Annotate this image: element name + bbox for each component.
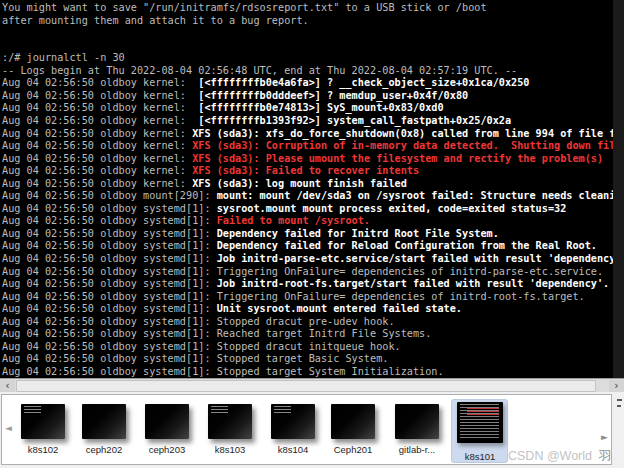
console-line: -- Logs begin at Thu 2022-08-04 02:56:48…	[2, 65, 517, 78]
console-text-segment: Aug 04 02:56:50 oldboy systemd[1]:	[2, 328, 217, 339]
console-text-segment: :/# journalctl -n 30	[2, 52, 125, 63]
console-text-segment: Job initrd-parse-etc.service/start faile…	[217, 253, 613, 264]
console-text-segment: Failed to mount /sysroot.	[217, 215, 370, 226]
console-right-edge	[613, 0, 624, 378]
watermark-seal: 羽	[599, 449, 612, 463]
console-text-segment: Aug 04 02:56:50 oldboy systemd[1]:	[2, 266, 217, 277]
console-line: You might want to save "/run/initramfs/r…	[2, 2, 487, 15]
thumbnail-error-lines	[467, 408, 499, 416]
vm-screen-thumbnail[interactable]	[457, 402, 503, 443]
scroll-right-arrow-icon[interactable]: ›	[609, 380, 624, 392]
vm-thumbnail-item[interactable]: k8s101	[450, 395, 510, 466]
console-text-segment: Aug 04 02:56:50 oldboy systemd[1]:	[2, 341, 217, 352]
console-line: Aug 04 02:56:50 oldboy kernel: [<fffffff…	[2, 102, 444, 115]
vm-thumbnail-label: Ceph201	[323, 444, 383, 455]
console-line: Aug 04 02:56:50 oldboy systemd[1]: Stopp…	[2, 353, 388, 366]
vm-screen-thumbnail[interactable]	[331, 404, 375, 439]
console-text-segment: XFS (sda3): Failed to recover intents	[192, 165, 419, 176]
console-line: Aug 04 02:56:50 oldboy kernel: [<fffffff…	[2, 115, 511, 128]
console-text-segment: Stopped target Basic System.	[217, 353, 389, 364]
console-line: :/# journalctl -n 30	[2, 52, 125, 65]
console-text-segment: Aug 04 02:56:50 oldboy systemd[1]:	[2, 240, 217, 251]
console-line: Aug 04 02:56:50 oldboy systemd[1]: Depen…	[2, 240, 597, 253]
thumbnail-console-text	[274, 406, 291, 413]
console-line: Aug 04 02:56:50 oldboy systemd[1]: Trigg…	[2, 266, 603, 279]
scrollbar-thumb[interactable]	[16, 380, 596, 392]
vm-thumbnail-item[interactable]: ceph203	[137, 395, 197, 466]
console-text-segment: Aug 04 02:56:50 oldboy systemd[1]:	[2, 366, 217, 377]
console-line: Aug 04 02:56:50 oldboy systemd[1]: Trigg…	[2, 291, 585, 304]
vm-screen-thumbnail[interactable]	[395, 404, 439, 439]
console-text-segment: Job initrd-root-fs.target/start failed w…	[217, 278, 610, 289]
console-text-segment: [<ffffffffb1393f92>] system_call_fastpat…	[198, 115, 511, 126]
vm-thumbnail-label: k8s102	[13, 444, 73, 455]
console-line: after mounting them and attach it to a b…	[2, 15, 309, 28]
console-text-segment: [<ffffffffb0dddeef>] ? memdup_user+0x4f/…	[198, 90, 468, 101]
vm-thumbnail-item[interactable]: gitlab-r...	[387, 395, 447, 466]
vm-thumbnail-label: ceph203	[137, 444, 197, 455]
watermark-text: CSDN @World	[508, 449, 592, 463]
console-text-segment: XFS (sda3): Corruption of in-memory data…	[192, 140, 613, 151]
console-line: Aug 04 02:56:50 oldboy systemd[1]: sysro…	[2, 203, 566, 216]
console-text-segment: Stopped dracut pre-udev hook.	[217, 316, 395, 327]
console-text-segment: Aug 04 02:56:50 oldboy systemd[1]:	[2, 203, 217, 214]
thumbnail-console-text	[24, 406, 41, 413]
console-text-segment: Aug 04 02:56:50 oldboy kernel:	[2, 140, 192, 151]
vm-screen-thumbnail[interactable]	[21, 404, 65, 439]
vm-thumbnail-label: gitlab-r...	[387, 444, 447, 455]
console-text-segment: Aug 04 02:56:50 oldboy systemd[1]:	[2, 291, 217, 302]
console-text-segment: Triggering OnFailure= dependencies of in…	[217, 266, 603, 277]
vm-thumbnail-label: ceph202	[74, 444, 134, 455]
console-text-segment: Unit sysroot.mount entered failed state.	[217, 303, 462, 314]
strip-prev-icon[interactable]: ◄	[5, 423, 12, 433]
console-text-segment: Aug 04 02:56:50 oldboy systemd[1]:	[2, 228, 217, 239]
vm-thumbnail-item[interactable]: k8s104	[263, 395, 323, 466]
console-text-segment: Aug 04 02:56:50 oldboy kernel:	[2, 90, 198, 101]
console-output: You might want to save "/run/initramfs/r…	[0, 0, 613, 378]
vm-thumbnail-item[interactable]: k8s103	[200, 395, 260, 466]
console-text-segment: [<ffffffffb0e4a6fa>] ? __check_object_si…	[198, 77, 529, 88]
console-line: Aug 04 02:56:50 oldboy mount[290]: mount…	[2, 190, 613, 203]
vm-thumbnail-label: k8s101	[450, 451, 510, 462]
console-text-segment: Aug 04 02:56:50 oldboy systemd[1]:	[2, 303, 217, 314]
vm-thumbnail-item[interactable]: k8s102	[13, 395, 73, 466]
vm-screen-thumbnail[interactable]	[82, 404, 126, 439]
console-text-segment: Aug 04 02:56:50 oldboy systemd[1]:	[2, 278, 217, 289]
vm-screen-thumbnail[interactable]	[271, 404, 315, 439]
console-text-segment: Reached target Initrd File Systems.	[217, 328, 432, 339]
console-line: Aug 04 02:56:50 oldboy systemd[1]: Unit …	[2, 303, 462, 316]
vm-console-screen[interactable]: You might want to save "/run/initramfs/r…	[0, 0, 624, 378]
vm-screen-thumbnail[interactable]	[145, 404, 189, 439]
vm-screen-thumbnail[interactable]	[208, 404, 252, 439]
console-text-segment: XFS (sda3): Please umount the filesystem…	[192, 153, 603, 164]
console-text-segment: You might want to save "/run/initramfs/r…	[2, 2, 487, 13]
console-text-segment: XFS (sda3): log mount finish failed	[192, 178, 407, 189]
console-line: Aug 04 02:56:50 oldboy kernel: XFS (sda3…	[2, 128, 613, 141]
gutter-mark	[617, 405, 621, 407]
console-text-segment: XFS (sda3): xfs_do_force_shutdown(0x8) c…	[192, 128, 613, 139]
console-text-segment: Stopped dracut initqueue hook.	[217, 341, 401, 352]
console-line: Aug 04 02:56:50 oldboy kernel: XFS (sda3…	[2, 153, 603, 166]
console-line: Aug 04 02:56:50 oldboy systemd[1]: Faile…	[2, 215, 370, 228]
console-line: Aug 04 02:56:50 oldboy systemd[1]: Stopp…	[2, 341, 401, 354]
console-text-segment: Triggering OnFailure= dependencies of in…	[217, 291, 585, 302]
vm-thumbnail-item[interactable]: ceph202	[74, 395, 134, 466]
console-text-segment: sysroot.mount mount process exited, code…	[217, 203, 567, 214]
horizontal-scrollbar[interactable]: ‹ ›	[0, 378, 624, 392]
console-line: Aug 04 02:56:50 oldboy kernel: [<fffffff…	[2, 77, 530, 90]
console-text-segment: Aug 04 02:56:50 oldboy systemd[1]:	[2, 253, 217, 264]
console-text-segment: Aug 04 02:56:50 oldboy systemd[1]:	[2, 353, 217, 364]
console-text-segment: after mounting them and attach it to a b…	[2, 15, 309, 26]
console-line: Aug 04 02:56:50 oldboy systemd[1]: Job i…	[2, 278, 609, 291]
console-text-segment: Aug 04 02:56:50 oldboy kernel:	[2, 153, 192, 164]
watermark: CSDN @World羽	[508, 448, 618, 465]
vm-thumbnail-item[interactable]: Ceph201	[323, 395, 383, 466]
console-text-segment: Aug 04 02:56:50 oldboy systemd[1]:	[2, 316, 217, 327]
console-text-segment: Aug 04 02:56:50 oldboy systemd[1]:	[2, 215, 217, 226]
console-line: Aug 04 02:56:50 oldboy kernel: [<fffffff…	[2, 90, 468, 103]
console-text-segment: Aug 04 02:56:50 oldboy kernel:	[2, 115, 198, 126]
scroll-left-arrow-icon[interactable]: ‹	[0, 380, 15, 392]
strip-next-icon[interactable]: ►	[601, 432, 608, 442]
console-text-segment: Stopped target System Initialization.	[217, 366, 444, 377]
console-text-segment: Dependency failed for Initrd Root File S…	[217, 228, 499, 239]
